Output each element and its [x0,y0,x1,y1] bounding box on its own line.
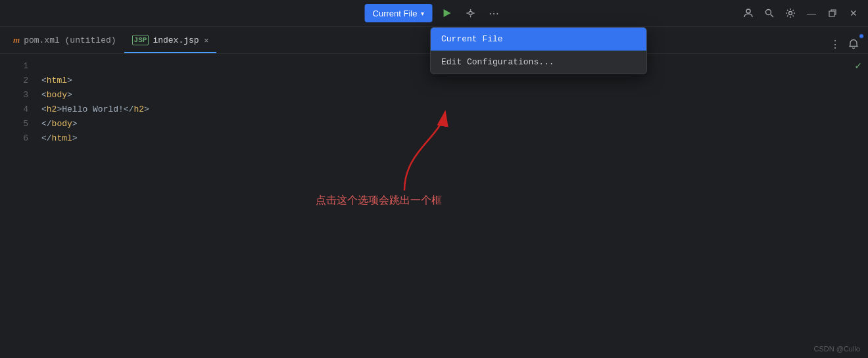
line-num-3: 3 [0,88,28,102]
settings-button[interactable] [781,4,800,22]
validation-checkmark: ✓ [855,59,861,72]
run-config-button[interactable]: Current File ▾ [365,4,433,22]
chevron-down-icon: ▾ [421,10,424,17]
tab-pom-xml[interactable]: m pom.xml (untitled) [5,28,124,53]
notification-dot [859,34,864,39]
watermark: CSDN @Cullo [814,345,860,353]
debug-button[interactable] [461,4,479,22]
tab-index-jsp[interactable]: JSP index.jsp ✕ [124,28,217,53]
pom-tab-label: pom.xml (untitled) [24,35,116,45]
tab-close-button[interactable]: ✕ [205,36,209,45]
minimize-button[interactable]: — [802,4,821,22]
more-icon: ⋯ [489,7,499,20]
maximize-button[interactable] [823,4,842,22]
svg-marker-0 [443,9,450,17]
line-num-6: 6 [0,131,28,146]
dropdown-item-edit-configurations[interactable]: Edit Configurations... [431,51,646,74]
line-num-2: 2 [0,74,28,88]
close-icon: ✕ [850,8,857,18]
notification-bell[interactable] [844,35,863,53]
profile-button[interactable] [739,4,758,22]
line-num-4: 4 [0,102,28,117]
edit-config-option-label: Edit Configurations... [441,57,554,67]
title-bar: Current File ▾ ⋯ [0,0,868,27]
editor-right-gutter: ✓ [848,54,868,358]
svg-rect-10 [829,11,834,16]
pom-icon: m [13,35,20,45]
code-editor[interactable]: <html> <body> <h2>Hello World!</h2> </bo… [36,54,848,358]
tabs-right-actions: ⋮ [826,35,863,53]
current-file-option-label: Current File [441,34,503,44]
line-numbers: 1 2 3 4 5 6 [0,54,36,358]
svg-line-8 [771,14,773,17]
more-options-button[interactable]: ⋯ [485,4,503,22]
title-bar-center: Current File ▾ ⋯ [365,4,504,22]
svg-point-6 [746,9,750,13]
dropdown-item-current-file[interactable]: Current File [431,28,646,51]
tabs-more-button[interactable]: ⋮ [826,35,844,53]
title-bar-right: — ✕ [739,4,863,22]
jsp-tab-label: index.jsp [153,35,199,45]
close-button[interactable]: ✕ [844,4,863,22]
search-button[interactable] [760,4,779,22]
line-num-1: 1 [0,59,28,74]
svg-point-9 [789,12,792,15]
minimize-icon: — [807,8,816,18]
run-config-label: Current File [373,9,418,18]
line-num-5: 5 [0,117,28,131]
svg-point-1 [469,11,472,14]
editor-area: 1 2 3 4 5 6 <html> <body> <h2>Hello Worl… [0,54,868,358]
jsp-icon: JSP [132,35,149,45]
run-config-dropdown: Current File Edit Configurations... [430,27,647,74]
run-button[interactable] [437,4,456,22]
svg-point-7 [766,10,771,15]
